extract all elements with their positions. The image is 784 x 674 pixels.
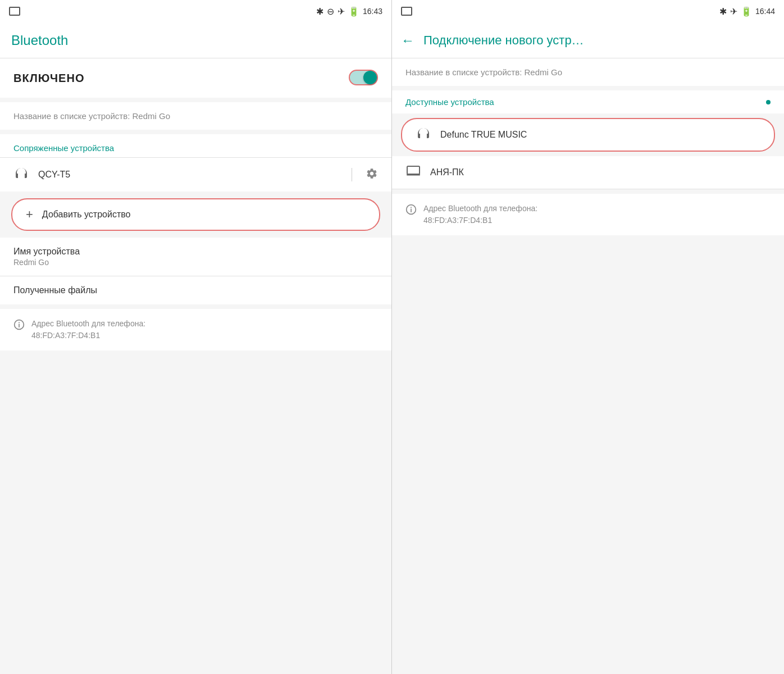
available-title: Доступные устройства xyxy=(405,97,494,107)
defunc-device-name: Defunc TRUE MUSIC xyxy=(440,130,760,140)
connect-new-title: Подключение нового устр… xyxy=(423,33,584,48)
device-name-subtitle: Redmi Go xyxy=(13,258,378,267)
device-item-anya[interactable]: АНЯ-ПК xyxy=(392,156,784,189)
available-header: Доступные устройства xyxy=(392,90,784,113)
headphones-icon-qcy xyxy=(13,167,29,183)
time-display-right: 16:44 xyxy=(755,7,775,16)
status-right-icons: ✱ ⊖ ✈ 🔋 16:43 xyxy=(316,6,382,17)
airplane-icon: ✈ xyxy=(338,6,345,17)
qcy-device-name: QCY-T5 xyxy=(38,170,338,180)
info-icon-right xyxy=(405,204,417,218)
device-name-text-right: Название в списке устройств: Redmi Go xyxy=(405,67,562,77)
laptop-icon-anya xyxy=(405,165,421,180)
received-files-item[interactable]: Полученные файлы xyxy=(0,276,391,304)
svg-point-2 xyxy=(19,322,20,323)
airplane-icon-right: ✈ xyxy=(730,6,737,17)
status-left-right xyxy=(401,7,412,16)
device-name-label-right: Название в списке устройств: Redmi Go xyxy=(392,58,784,86)
loading-indicator xyxy=(766,100,771,104)
bluetooth-title: Bluetooth xyxy=(11,33,68,48)
toggle-section[interactable]: ВКЛЮЧЕНО xyxy=(0,58,391,98)
battery-icon: 🔋 xyxy=(348,6,359,17)
toggle-track xyxy=(349,70,378,85)
device-name-item[interactable]: Имя устройства Redmi Go xyxy=(0,238,391,276)
status-bar-right: ✱ ✈ 🔋 16:44 xyxy=(392,0,784,22)
paired-section-header: Сопряженные устройства xyxy=(0,134,391,157)
headphones-icon-defunc xyxy=(416,127,431,143)
screenshot-icon-right xyxy=(401,7,412,16)
received-files-title: Полученные файлы xyxy=(13,285,378,295)
bt-address-text-left: Адрес Bluetooth для телефона:48:FD:A3:7F… xyxy=(31,318,145,341)
svg-rect-4 xyxy=(407,174,420,176)
screenshot-icon xyxy=(9,7,20,16)
battery-icon-right: 🔋 xyxy=(741,6,752,17)
bt-address-right: Адрес Bluetooth для телефона:48:FD:A3:7F… xyxy=(392,194,784,235)
add-device-label: Добавить устройство xyxy=(42,210,131,220)
device-name-section[interactable]: Имя устройства Redmi Go Полученные файлы xyxy=(0,238,391,304)
svg-rect-3 xyxy=(407,166,420,174)
toggle-label: ВКЛЮЧЕНО xyxy=(13,72,84,85)
toggle-thumb xyxy=(363,71,377,84)
paired-device-qcy[interactable]: QCY-T5 xyxy=(0,158,391,192)
left-phone-panel: ✱ ⊖ ✈ 🔋 16:43 Bluetooth ВКЛЮЧЕНО Названи… xyxy=(0,0,392,674)
settings-icon-qcy[interactable] xyxy=(366,167,378,183)
bt-address-left: Адрес Bluetooth для телефона:48:FD:A3:7F… xyxy=(0,309,391,350)
device-name-title: Имя устройства xyxy=(13,247,378,257)
info-icon-left xyxy=(13,319,25,333)
anya-device-name: АНЯ-ПК xyxy=(430,167,771,177)
bluetooth-icon-right: ✱ xyxy=(719,6,727,17)
device-name-text-left: Название в списке устройств: Redmi Go xyxy=(13,111,170,121)
right-content: Название в списке устройств: Redmi Go До… xyxy=(392,58,784,674)
app-bar-left: Bluetooth xyxy=(0,22,391,58)
item-separator xyxy=(352,168,352,181)
bluetooth-toggle[interactable] xyxy=(349,70,378,86)
svg-point-7 xyxy=(411,207,412,208)
paired-section: Сопряженные устройства QCY-T5 xyxy=(0,134,391,192)
bt-address-text-right: Адрес Bluetooth для телефона:48:FD:A3:7F… xyxy=(423,203,537,226)
device-item-defunc[interactable]: Defunc TRUE MUSIC xyxy=(401,118,775,152)
status-bar-left: ✱ ⊖ ✈ 🔋 16:43 xyxy=(0,0,391,22)
status-left-icons xyxy=(9,7,20,16)
time-display-left: 16:43 xyxy=(363,7,382,16)
add-device-button[interactable]: + Добавить устройство xyxy=(11,198,380,231)
divider-right xyxy=(392,189,784,189)
back-button[interactable]: ← xyxy=(401,33,414,48)
plus-icon: + xyxy=(26,207,33,222)
left-content: ВКЛЮЧЕНО Название в списке устройств: Re… xyxy=(0,58,391,674)
bluetooth-icon: ✱ xyxy=(316,6,323,17)
status-right-right: ✱ ✈ 🔋 16:44 xyxy=(719,6,775,17)
right-phone-panel: ✱ ✈ 🔋 16:44 ← Подключение нового устр… Н… xyxy=(392,0,784,674)
app-bar-right: ← Подключение нового устр… xyxy=(392,22,784,58)
device-name-label-left: Название в списке устройств: Redmi Go xyxy=(0,102,391,130)
minus-circle-icon: ⊖ xyxy=(327,6,334,17)
